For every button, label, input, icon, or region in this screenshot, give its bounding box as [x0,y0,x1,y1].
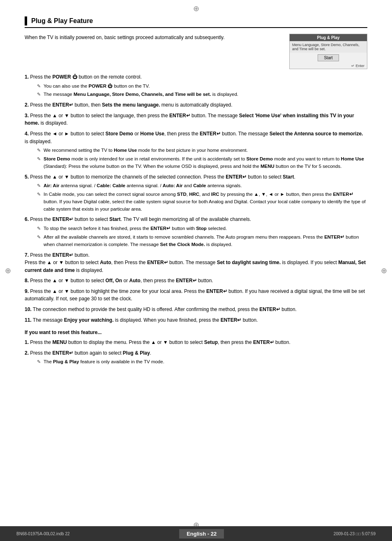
footer-left: BN68-01975A-00L02.indb 22 [16,532,70,536]
step-11: 11. The message Enjoy your watching. is … [25,316,367,324]
main-text: When the TV is initially powered on, bas… [25,34,281,69]
section-header-bar [25,16,27,26]
step-5: 5. Press the ▲ or ▼ button to memorize t… [25,173,367,213]
reset-section: If you want to reset this feature... 1. … [25,330,367,366]
step-1-num: 1. [25,74,29,80]
reset-step-2-notes: The Plug & Play feature is only availabl… [25,358,367,366]
step-6-num: 6. [25,216,29,222]
plug-play-box: Plug & Play Menu Language, Store Demo, C… [289,34,367,69]
content-area: When the TV is initially powered on, bas… [25,34,367,69]
footer-right: 2009-01-23 □□ 5:07:59 [334,532,376,536]
reset-step-2: 2. Press the ENTER↵ button again to sele… [25,349,367,366]
reg-mark-right: ⊕ [381,266,387,275]
section-title: Plug & Play Feature [31,17,93,25]
reset-step-1-num: 1. [25,339,29,345]
step-3: 3. Press the ▲ or ▼ button to select the… [25,112,367,127]
step-9-num: 9. [25,288,29,294]
plug-play-box-footer: ↵ Enter [290,63,367,69]
step-5-num: 5. [25,174,29,180]
start-button[interactable]: Start [318,54,339,61]
page-footer: BN68-01975A-00L02.indb 22 English - 22 2… [0,526,392,541]
reg-mark-top: ⊕ [193,4,199,13]
steps-container: 1. Press the POWER ⏻ button on the remot… [25,73,367,324]
note-item: The message Menu Language, Store Demo, C… [37,91,367,98]
step-2-num: 2. [25,102,29,108]
reset-step-2-num: 2. [25,350,29,356]
plug-play-box-body: Menu Language, Store Demo, Channels, and… [290,41,367,53]
note-item: After all the available channels are sto… [37,234,367,248]
step-1: 1. Press the POWER ⏻ button on the remot… [25,73,367,98]
step-4-num: 4. [25,131,29,137]
step-4: 4. Press the ◄ or ► button to select Sto… [25,130,367,170]
step-7: 7. Press the ENTER↵ button. Press the ▲ … [25,251,367,274]
step-2: 2. Press the ENTER↵ button, then Sets th… [25,101,367,109]
step-6-notes: To stop the search before it has finishe… [25,225,367,248]
step-4-notes: We recommend setting the TV to Home Use … [25,147,367,170]
step-10: 10. The connection method to provide the… [25,306,367,313]
page-container: ⊕ ⊕ ⊕ ⊕ Plug & Play Feature When the TV … [0,0,392,541]
note-item: Store Demo mode is only intended for use… [37,156,367,170]
reset-section-title: If you want to reset this feature... [25,330,367,335]
note-item: Air: Air antenna signal. / Cable: Cable … [37,182,367,190]
step-3-num: 3. [25,113,29,118]
note-item: We recommend setting the TV to Home Use … [37,147,367,154]
step-7-num: 7. [25,252,29,258]
footer-center: English - 22 [179,529,224,539]
step-8-num: 8. [25,278,29,283]
step-8: 8. Press the ▲ or ▼ button to select Off… [25,277,367,285]
plug-play-box-start-container: Start [290,54,367,61]
note-item: In Cable mode, you can select the correc… [37,191,367,213]
note-item: You can also use the POWER ⏻ button on t… [37,83,367,90]
intro-text: When the TV is initially powered on, bas… [25,34,281,41]
step-6: 6. Press the ENTER↵ button to select Sta… [25,216,367,248]
step-1-notes: You can also use the POWER ⏻ button on t… [25,83,367,99]
step-5-notes: Air: Air antenna signal. / Cable: Cable … [25,182,367,213]
note-item: To stop the search before it has finishe… [37,225,367,232]
note-item: The Plug & Play feature is only availabl… [37,358,367,366]
step-11-num: 11. [25,317,32,323]
section-header: Plug & Play Feature [25,16,367,28]
plug-play-box-header: Plug & Play [290,34,367,41]
step-9: 9. Press the ▲ or ▼ button to highlight … [25,288,367,303]
reset-step-1: 1. Press the MENU button to display the … [25,339,367,346]
reg-mark-left: ⊕ [5,266,11,275]
step-10-num: 10. [25,306,32,312]
